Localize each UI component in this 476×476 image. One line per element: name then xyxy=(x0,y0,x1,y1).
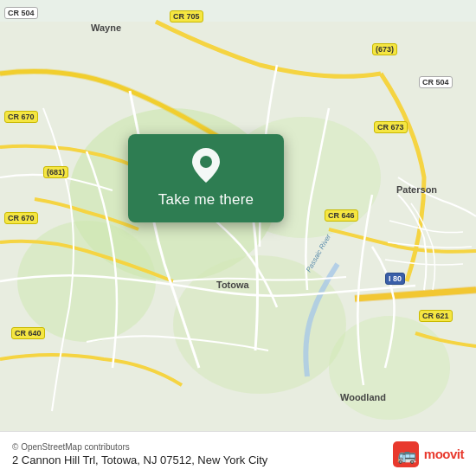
road-badge-cr670-mid: CR 670 xyxy=(4,212,38,224)
road-badge-cr504-right: CR 504 xyxy=(419,76,453,88)
moovit-icon-svg: 🚌 xyxy=(393,441,419,467)
road-badge-cr621: CR 621 xyxy=(419,310,453,322)
moovit-logo: 🚌 moovit xyxy=(393,441,464,467)
svg-text:🚌: 🚌 xyxy=(397,446,417,465)
road-badge-681: (681) xyxy=(43,166,68,178)
svg-point-4 xyxy=(173,255,346,394)
location-card: Take me there xyxy=(128,134,284,222)
road-badge-cr640: CR 640 xyxy=(11,327,45,339)
take-me-there-button[interactable]: Take me there xyxy=(158,191,254,209)
road-badge-cr673: CR 673 xyxy=(374,121,408,133)
road-badge-i80: I 80 xyxy=(385,273,405,285)
map-container: Passaic River CR 504 CR 670 CR 705 (673)… xyxy=(0,0,476,476)
road-badge-cr646: CR 646 xyxy=(325,209,358,222)
road-badge-673: (673) xyxy=(372,43,397,55)
osm-attribution: © OpenStreetMap contributors xyxy=(12,442,267,452)
road-badge-cr705: CR 705 xyxy=(170,10,203,23)
svg-point-7 xyxy=(200,156,212,168)
address-text: 2 Cannon Hill Trl, Totowa, NJ 07512, New… xyxy=(12,453,267,466)
svg-point-5 xyxy=(329,316,450,420)
bottom-bar: © OpenStreetMap contributors 2 Cannon Hi… xyxy=(0,431,476,476)
map-svg: Passaic River xyxy=(0,0,476,476)
moovit-text: moovit xyxy=(424,447,464,461)
pin-icon xyxy=(190,146,222,184)
svg-point-2 xyxy=(17,221,156,342)
road-badge-cr504-top: CR 504 xyxy=(4,7,38,19)
bottom-left: © OpenStreetMap contributors 2 Cannon Hi… xyxy=(12,442,267,466)
road-badge-cr670-top: CR 670 xyxy=(4,111,38,123)
